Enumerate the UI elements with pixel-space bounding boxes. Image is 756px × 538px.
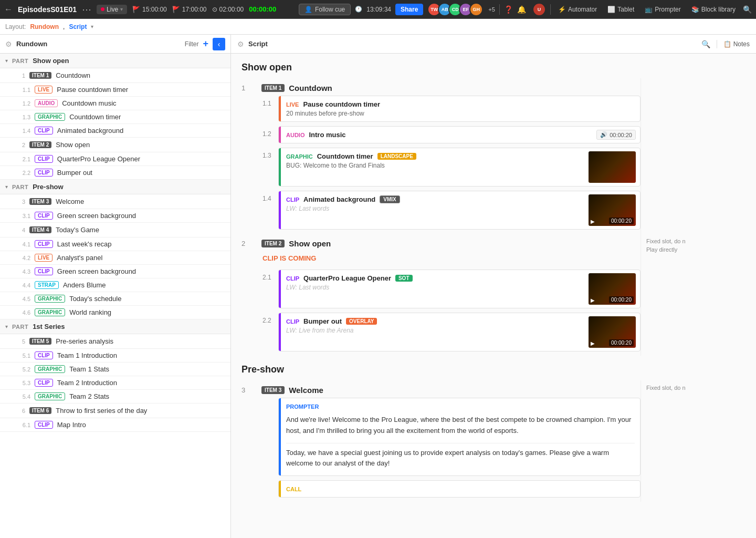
list-item[interactable]: 2.1 CLIP QuarterPro League Opener [0,152,230,166]
list-item[interactable]: 4.6 GRAPHIC World ranking [0,306,230,319]
list-item[interactable]: 1.4 CLIP Animated background [0,124,230,138]
list-item[interactable]: 6.1 CLIP Map Intro [0,418,230,432]
script-sub-2-2: 2.2 CLIP Bumper out OVERLAY [262,313,640,351]
part-row-show-open: ▾ PART Show open [0,54,230,68]
rundown-layout-link[interactable]: Rundown [30,23,59,30]
list-item[interactable]: 5.3 CLIP Team 2 Introduction [0,376,230,390]
divider [717,40,717,48]
list-item[interactable]: 6 ITEM 6 Throw to first series of the da… [0,404,230,418]
filter-button[interactable]: Filter [185,40,199,48]
script-item-1-content: 1 ITEM 1 Countdown 1.1 LIVE [242,78,640,234]
list-item[interactable]: 3 ITEM 3 Welcome [0,194,230,209]
vmix-tag: VMIX [380,195,400,203]
script-panel-title: Script [248,40,697,48]
part-chevron-pre-show[interactable]: ▾ [5,184,8,190]
list-item[interactable]: 4.3 CLIP Green screen background [0,265,230,278]
play-icon: ▶ [591,297,595,303]
list-item[interactable]: 5 ITEM 5 Pre-series analysis [0,334,230,349]
script-sub-2-1: 2.1 CLIP QuarterPro League Opener SOT [262,270,640,308]
part-chevron-1st-series[interactable]: ▾ [5,324,8,329]
main-content: ⚙ Rundown Filter + ‹ ▾ PART Show open 1 … [0,35,756,538]
list-item[interactable]: 4.5 GRAPHIC Today's schedule [0,292,230,306]
list-item[interactable]: 5.1 CLIP Team 1 Introduction [0,349,230,363]
rundown-cog-icon[interactable]: ⚙ [5,40,12,48]
part-row-1st-series: ▾ PART 1st Series [0,319,230,334]
part-chevron-show-open[interactable]: ▾ [5,58,8,64]
rundown-list: ▾ PART Show open 1 ITEM 1 Countdown 1.1 … [0,54,230,538]
follow-cue-icon: 👤 [304,6,312,13]
secondary-bar: Layout: Rundown , Script ▾ [0,19,756,35]
play-icon: ▶ [591,340,595,346]
list-item[interactable]: 1.2 AUDIO Countdown music [0,97,230,110]
plus-badge: +5 [488,6,495,13]
prompter-text-2: Today, we have a special guest joining u… [286,443,635,472]
thumbnail-1-4: ▶ 00:00:20 [589,194,636,226]
flag2-icon: 🚩 [172,6,180,13]
list-item[interactable]: 5.2 GRAPHIC Team 1 Stats [0,363,230,376]
top-bar: ← EpisodesS01E01 ⋯ Live ▾ 🚩 15:00:00 🚩 1… [0,0,756,19]
list-item[interactable]: 3.1 CLIP Green screen background [0,209,230,223]
notes-button[interactable]: 📋 Notes [723,40,750,48]
block-library-button[interactable]: 📚 Block library [688,4,739,15]
script-item-3-header: 3 ITEM 3 Welcome [242,380,640,398]
landscape-tag: LANDSCAPE [377,153,416,160]
share-button[interactable]: Share [395,4,423,15]
user-avatar[interactable]: U [532,3,546,16]
bell-icon[interactable]: 🔔 [517,5,526,14]
prompter-icon: 📺 [645,6,653,13]
circle-icon: ⊙ [212,6,217,13]
follow-cue-button[interactable]: 👤 Follow cue [299,4,351,15]
script-item-2-content: 2 ITEM 2 Show open CLIP IS COMING 2.1 [242,234,640,356]
dot-menu[interactable]: ⋯ [82,4,91,15]
clip-coming-label: CLIP IS COMING [262,251,640,265]
collapse-panel-button[interactable]: ‹ [213,38,225,50]
thumbnail-2-1: ▶ 00:00:20 [589,273,636,305]
script-search-icon[interactable]: 🔍 [701,40,710,48]
list-item[interactable]: 1.1 LIVE Pause countdown timer [0,83,230,97]
status-label: Live [107,6,118,13]
tablet-button[interactable]: ⬜ Tablet [604,4,637,15]
list-item[interactable]: 2.2 CLIP Bumper out [0,166,230,180]
status-pill[interactable]: Live ▾ [97,5,127,14]
timer-green: 00:00:00 [249,5,276,13]
list-item[interactable]: 4.1 CLIP Last week's recap [0,237,230,251]
script-item-2-section: 2 ITEM 2 Show open CLIP IS COMING 2.1 [242,234,746,356]
automator-button[interactable]: ⚡ Automator [555,4,600,15]
list-item[interactable]: 2 ITEM 2 Show open [0,138,230,152]
status-chevron: ▾ [120,6,123,12]
comma: , [63,23,65,30]
prompter-button[interactable]: 📺 Prompter [642,4,684,15]
list-item[interactable]: 4 ITEM 4 Today's Game [0,223,230,237]
thumbnail-1-3 [589,151,636,183]
avatar-group: TW AB CD EF GH [427,3,483,16]
list-item[interactable]: 5.4 GRAPHIC Team 2 Stats [0,390,230,404]
overlay-tag: OVERLAY [346,318,377,325]
script-cog-icon[interactable]: ⚙ [237,40,244,48]
script-item-3-content: 3 ITEM 3 Welcome PROMPTER [242,380,640,502]
section-title-show-open: Show open [242,54,746,78]
timer2: 🚩 17:00:00 [172,6,207,13]
script-sub-1-4: 1.4 CLIP Animated background VMIX [262,191,640,230]
script-layout-link[interactable]: Script [69,23,87,30]
help-icon[interactable]: ❓ [504,5,513,14]
clock-time: 13:09:34 [366,6,391,13]
script-sub-1-1: 1.1 LIVE Pause countdown timer 20 minute… [262,96,640,122]
script-item-3-section: 3 ITEM 3 Welcome PROMPTER [242,380,746,502]
back-button[interactable]: ← [4,5,13,14]
script-sub-prompter: PROMPTER And we're live! Welcome to the … [262,398,640,476]
notes-1 [640,78,746,234]
script-item-1-header: 1 ITEM 1 Countdown [242,78,640,96]
layout-chevron[interactable]: ▾ [91,24,93,29]
automator-icon: ⚡ [558,6,566,13]
list-item[interactable]: 4.2 LIVE Analyst's panel [0,251,230,265]
global-search-icon[interactable]: 🔍 [743,5,752,14]
script-sub-1-3: 1.3 GRAPHIC Countdown timer LANDSCAPE [262,148,640,187]
list-item[interactable]: 4.4 STRAP Anders Blume [0,278,230,292]
prompter-text-1: And we're live! Welcome to the Pro Leagu… [286,412,635,439]
list-item[interactable]: 1 ITEM 1 Countdown [0,68,230,83]
list-item[interactable]: 1.3 GRAPHIC Countdown timer [0,110,230,124]
tablet-icon: ⬜ [607,6,615,13]
add-item-button[interactable]: + [203,38,208,49]
notes-icon: 📋 [723,40,731,48]
notes-2: Fixed slot, do n Play directly [640,234,746,356]
